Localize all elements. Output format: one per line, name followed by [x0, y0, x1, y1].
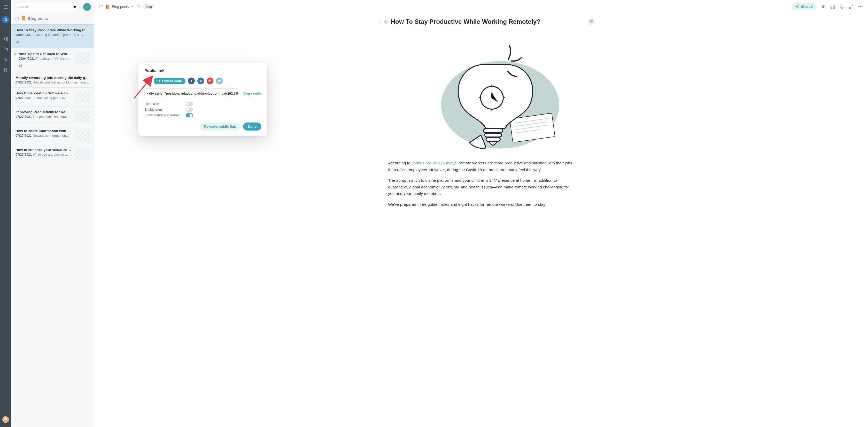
surveys-link[interactable]: various pre-2020 surveys	[411, 161, 457, 165]
opt-print-label: Enable print	[145, 108, 181, 112]
topbar: 📙 Blog posts blog Shared	[94, 0, 868, 13]
note-title: How to share information with …	[16, 129, 72, 133]
more-icon[interactable]	[858, 4, 863, 9]
trash-nav-icon[interactable]	[3, 68, 8, 72]
facebook-share-button[interactable]: f	[188, 78, 195, 84]
note-list: How To Stay Productive While Working Re……	[11, 24, 94, 427]
embed-code-button[interactable]: Embed code	[154, 78, 185, 84]
note-meta: 07/27/2021 How do you feel about Monday …	[16, 81, 90, 84]
share-link-button[interactable]	[145, 78, 151, 84]
document-body[interactable]: According to various pre-2020 surveys, r…	[388, 160, 574, 208]
new-note-button[interactable]	[83, 3, 91, 11]
note-meta: 07/27/2021 As the saying goes, tw…	[16, 96, 72, 100]
emoji-picker-icon[interactable]	[384, 20, 388, 24]
bell-icon[interactable]	[840, 4, 844, 9]
svg-point-5	[74, 6, 76, 8]
folder-nav-icon[interactable]	[3, 47, 8, 52]
note-thumbnail	[75, 92, 90, 103]
code-icon	[156, 79, 160, 83]
tag-chip[interactable]: blog	[143, 4, 154, 9]
svg-rect-30	[484, 128, 502, 132]
hamburger-icon[interactable]	[3, 5, 8, 9]
note-thumbnail	[75, 53, 90, 64]
note-meta: 07/27/2021 The pandemic has forc…	[16, 115, 72, 119]
svg-point-7	[18, 41, 19, 42]
attachment-icon[interactable]	[821, 4, 826, 9]
svg-rect-0	[4, 37, 5, 38]
shared-button[interactable]: Shared	[792, 3, 816, 10]
search-input-wrap[interactable]	[14, 3, 80, 11]
chevron-down-icon[interactable]	[50, 18, 53, 19]
note-meta: 08/04/2021 The phrase "It's the m…	[19, 57, 72, 60]
svg-point-11	[21, 66, 22, 67]
grid-icon[interactable]	[3, 37, 8, 41]
note-card[interactable]: Improving Productivity for Re…07/27/2021…	[11, 106, 94, 125]
svg-rect-18	[831, 7, 832, 8]
pinterest-share-button[interactable]	[207, 78, 213, 84]
linkedin-share-button[interactable]: in	[197, 78, 204, 84]
svg-rect-31	[485, 133, 501, 137]
note-meta: 07/27/2021 Nowadays, information…	[16, 134, 72, 138]
para2: The abrupt switch to online platforms an…	[388, 177, 574, 197]
svg-point-23	[384, 20, 388, 24]
note-title: Nine Tips to Get Back to Work …	[19, 52, 72, 56]
document-title[interactable]: How To Stay Productive While Working Rem…	[391, 18, 541, 25]
left-rail: D	[0, 0, 11, 427]
chevron-down-icon[interactable]	[131, 6, 133, 7]
para3: We've prepared three golden rules and ei…	[388, 201, 574, 208]
svg-point-14	[798, 5, 799, 6]
folder-icon	[99, 5, 103, 8]
svg-rect-16	[831, 5, 832, 6]
main-area: 📙 Blog posts blog Shared How To Stay	[94, 0, 868, 427]
search-input[interactable]	[17, 5, 66, 9]
note-card[interactable]: Morally rewarding job: making the daily …	[11, 72, 94, 88]
tag-nav-icon[interactable]	[3, 57, 8, 62]
svg-point-10	[21, 65, 22, 66]
status-circle-icon[interactable]	[378, 20, 381, 24]
workspace-avatar[interactable]: D	[2, 16, 9, 23]
sidebar-breadcrumb[interactable]: 📙 Blog posts	[11, 14, 94, 24]
note-card[interactable]: How to share information with …07/27/202…	[11, 125, 94, 144]
document-scroll[interactable]: How To Stay Productive While Working Rem…	[94, 13, 868, 427]
breadcrumb-label: Blog posts	[28, 16, 48, 21]
opt-fixed-label: Fixed size	[145, 102, 181, 106]
user-avatar[interactable]	[2, 416, 9, 423]
grid-view-icon[interactable]	[830, 4, 835, 9]
notebook-emoji-icon: 📙	[21, 16, 26, 21]
search-icon	[73, 5, 77, 9]
note-card[interactable]: Nine Tips to Get Back to Work …08/04/202…	[11, 48, 94, 72]
enable-print-toggle[interactable]	[186, 108, 193, 112]
opt-branding-label: Show branding in embed	[145, 114, 181, 117]
note-title: How To Stay Productive While Working Re…	[16, 28, 90, 32]
remove-public-link-button[interactable]: Remove public link	[200, 123, 240, 130]
share-indicator-icon	[19, 64, 72, 69]
fixed-size-toggle[interactable]	[186, 102, 193, 106]
note-card[interactable]: How Collaboration Software Im…07/27/2021…	[11, 88, 94, 106]
svg-point-9	[19, 65, 20, 66]
notes-sidebar: 📙 Blog posts How To Stay Productive Whil…	[11, 0, 94, 427]
expand-icon[interactable]	[849, 4, 854, 9]
filter-icon[interactable]	[68, 5, 71, 9]
note-thumbnail	[75, 129, 90, 141]
svg-point-20	[859, 6, 860, 7]
branding-toggle[interactable]	[186, 113, 193, 117]
svg-point-34	[148, 80, 149, 81]
note-meta: 08/04/2021 According to various pre-2020…	[16, 33, 90, 37]
title-menu-button[interactable]	[588, 18, 595, 25]
share-icon	[795, 5, 799, 8]
embed-code-box[interactable]: <div style="position: relative; padding-…	[145, 88, 239, 98]
breadcrumb-label[interactable]: Blog posts	[112, 5, 129, 9]
done-button[interactable]: Done	[243, 123, 261, 130]
twitter-share-button[interactable]	[216, 78, 223, 84]
note-card[interactable]: How to enhance your visual co…07/27/2021…	[11, 144, 94, 163]
note-title: Morally rewarding job: making the daily …	[16, 76, 90, 80]
note-thumbnail	[75, 148, 90, 160]
svg-point-21	[860, 6, 861, 7]
tag-icon[interactable]	[137, 5, 141, 8]
svg-point-4	[5, 59, 5, 59]
copy-code-button[interactable]: Copy code	[243, 92, 261, 95]
note-card[interactable]: How To Stay Productive While Working Re……	[11, 24, 94, 48]
svg-point-6	[16, 41, 17, 43]
svg-point-13	[796, 6, 797, 7]
svg-point-22	[862, 6, 863, 7]
